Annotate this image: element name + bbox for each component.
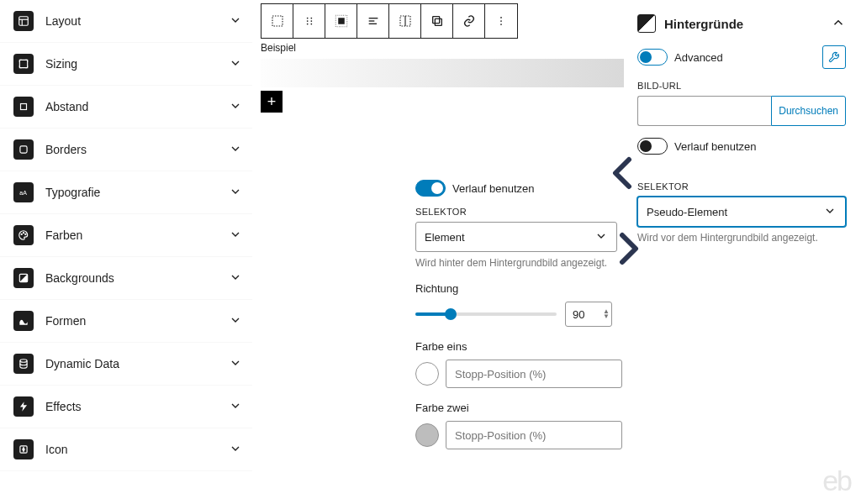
watermark: eb xyxy=(822,465,851,497)
chevron-down-icon xyxy=(229,356,242,372)
svg-rect-29 xyxy=(432,17,439,24)
sidebar-item-farben[interactable]: Farben xyxy=(0,214,252,257)
chevron-down-icon xyxy=(229,13,242,29)
svg-point-15 xyxy=(306,18,308,19)
layout-icon xyxy=(13,11,34,31)
svg-point-31 xyxy=(500,20,502,22)
svg-rect-5 xyxy=(20,146,27,153)
example-label: Beispiel xyxy=(261,42,631,54)
sidebar-item-layout[interactable]: Layout xyxy=(0,0,252,43)
selector-value: Pseudo-Element xyxy=(647,206,727,218)
chevron-up-icon[interactable] xyxy=(831,15,846,33)
selector-dropdown-right[interactable]: Pseudo-Element xyxy=(637,197,846,227)
svg-rect-28 xyxy=(435,18,441,25)
sidebar-item-label: Farben xyxy=(45,228,229,242)
selector-hint: Wird hinter dem Hintergrundbild angezeig… xyxy=(415,257,622,269)
color1-label: Farbe eins xyxy=(415,340,622,353)
chevron-down-icon xyxy=(229,228,242,244)
toolbar-link[interactable] xyxy=(453,4,485,38)
backgrounds-panel: Hintergründe Advanced BILD-URL Durchsuch… xyxy=(637,5,846,244)
direction-slider[interactable] xyxy=(415,312,557,316)
toolbar-align[interactable] xyxy=(357,4,389,38)
sidebar-item-label: Effects xyxy=(45,400,229,413)
chevron-down-icon xyxy=(229,142,242,158)
borders-icon xyxy=(13,139,34,160)
svg-rect-4 xyxy=(21,104,27,110)
toolbar-width[interactable] xyxy=(389,4,421,38)
colors-icon xyxy=(13,225,34,245)
chevron-down-icon xyxy=(229,270,242,286)
svg-point-9 xyxy=(25,234,26,234)
sidebar-item-typografie[interactable]: aA Typografie xyxy=(0,171,252,214)
toolbar-select[interactable] xyxy=(261,4,293,38)
direction-input[interactable]: 90 ▲▼ xyxy=(565,302,612,327)
use-gradient-label: Verlauf benutzen xyxy=(674,140,757,153)
svg-marker-13 xyxy=(23,448,24,452)
color2-swatch[interactable] xyxy=(415,423,439,447)
chevron-down-icon xyxy=(229,185,242,201)
sidebar-item-sizing[interactable]: Sizing xyxy=(0,43,252,86)
sidebar-item-formen[interactable]: Formen xyxy=(0,300,252,343)
gradient-preview[interactable] xyxy=(261,59,624,87)
advanced-label: Advanced xyxy=(674,51,723,64)
sidebar-item-backgrounds[interactable]: Backgrounds xyxy=(0,257,252,300)
color1-stop-input[interactable]: Stopp-Position (%) xyxy=(446,360,622,388)
svg-point-16 xyxy=(306,20,308,22)
sidebar-item-label: Formen xyxy=(45,314,229,328)
sidebar-item-label: Abstand xyxy=(45,100,229,113)
toolbar-more[interactable] xyxy=(485,4,517,38)
shapes-icon xyxy=(13,311,34,331)
sidebar-item-borders[interactable]: Borders xyxy=(0,129,252,171)
svg-rect-14 xyxy=(272,16,283,26)
toolbar-container[interactable] xyxy=(325,4,357,38)
image-url-input[interactable] xyxy=(637,96,771,126)
settings-button[interactable] xyxy=(822,45,846,69)
selector-dropdown[interactable]: Element xyxy=(415,222,617,252)
svg-rect-3 xyxy=(19,60,27,67)
gradient-panel-left: Verlauf benutzen SELEKTOR Element Wird h… xyxy=(415,180,622,449)
svg-rect-0 xyxy=(19,17,29,26)
svg-point-8 xyxy=(23,233,24,234)
toolbar-duplicate[interactable] xyxy=(421,4,453,38)
placeholder-text: Stopp-Position (%) xyxy=(455,429,546,442)
selector-hint: Wird vor dem Hintergrundbild angezeigt. xyxy=(637,232,846,244)
sidebar-item-label: Borders xyxy=(45,143,229,156)
chevron-down-icon xyxy=(229,399,242,415)
sidebar: Layout Sizing Abstand Borders aA Typogra… xyxy=(0,0,252,504)
block-toolbar xyxy=(261,3,518,39)
svg-point-7 xyxy=(21,234,22,234)
toolbar-drag[interactable] xyxy=(293,4,325,38)
use-gradient-toggle[interactable] xyxy=(415,180,446,197)
selector-caption: SELEKTOR xyxy=(637,181,846,192)
svg-rect-21 xyxy=(338,18,345,24)
advanced-toggle[interactable] xyxy=(637,49,668,66)
browse-button[interactable]: Durchsuchen xyxy=(771,96,846,126)
sidebar-item-label: Icon xyxy=(45,443,229,456)
color2-stop-input[interactable]: Stopp-Position (%) xyxy=(446,421,622,449)
sidebar-item-abstand[interactable]: Abstand xyxy=(0,86,252,129)
use-gradient-toggle-right[interactable] xyxy=(637,138,668,155)
svg-point-30 xyxy=(500,17,502,18)
color1-swatch[interactable] xyxy=(415,362,439,386)
annotation-arrow-right xyxy=(617,232,641,265)
icon-icon xyxy=(13,439,34,459)
sidebar-item-label: Typografie xyxy=(45,186,229,199)
spacing-icon xyxy=(13,97,34,117)
direction-value: 90 xyxy=(573,308,584,321)
typography-icon: aA xyxy=(13,182,34,202)
sidebar-item-dynamic-data[interactable]: Dynamic Data xyxy=(0,343,252,386)
chevron-down-icon xyxy=(229,56,242,72)
sidebar-item-label: Backgrounds xyxy=(45,271,229,285)
effects-icon xyxy=(13,396,34,417)
selector-caption: SELEKTOR xyxy=(415,207,622,217)
chevron-down-icon xyxy=(229,99,242,115)
svg-point-20 xyxy=(310,24,312,25)
sidebar-item-icon[interactable]: Icon xyxy=(0,428,252,471)
sidebar-item-effects[interactable]: Effects xyxy=(0,386,252,428)
add-block-button[interactable]: + xyxy=(261,91,283,113)
stepper-icon[interactable]: ▲▼ xyxy=(603,309,610,319)
sidebar-item-label: Layout xyxy=(45,14,229,28)
svg-point-32 xyxy=(500,24,502,25)
annotation-arrow-left xyxy=(610,156,634,190)
sidebar-item-label: Sizing xyxy=(45,57,229,71)
